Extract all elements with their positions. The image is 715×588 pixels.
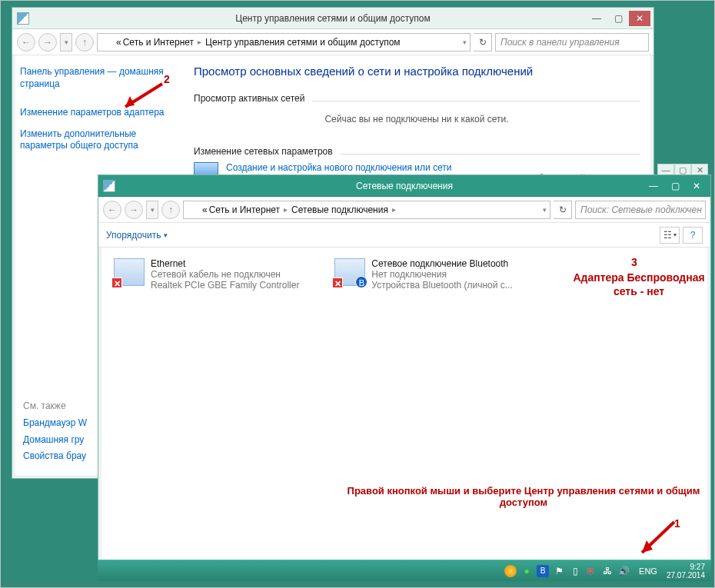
search-input[interactable]: Поиск в панели управления [495,33,649,51]
link-create-connection[interactable]: Создание и настройка нового подключения … [226,162,595,173]
tray-icon-skype[interactable]: ● [520,565,533,577]
annotation-text-no-wireless: Адаптера Беспроводная сеть - нет [570,271,708,298]
tray-icon[interactable] [504,565,517,577]
chevron-right-icon[interactable]: ▸ [195,38,204,46]
titlebar[interactable]: Сетевые подключения — ▢ ✕ [98,175,710,197]
breadcrumb-prefix: « [202,204,208,215]
location-icon [101,37,111,48]
forward-button[interactable]: → [38,33,57,51]
page-heading: Просмотр основных сведений о сети и наст… [194,65,640,78]
annotation-number-3: 3 [631,256,637,268]
up-button[interactable]: ↑ [161,201,180,219]
minimize-button[interactable]: — [643,178,664,194]
up-button[interactable]: ↑ [75,33,94,51]
titlebar[interactable]: Центр управления сетями и общим доступом… [12,8,653,29]
location-icon [187,204,198,215]
nav-toolbar: ← → ▾ ↑ « Сеть и Интернет ▸ Сетевые подк… [98,197,710,223]
chevron-right-icon[interactable]: ▸ [281,205,290,214]
history-dropdown[interactable]: ▾ [60,33,72,51]
clock[interactable]: 9:27 27.07.2014 [667,563,705,580]
nav-toolbar: ← → ▾ ↑ « Сеть и Интернет ▸ Центр управл… [12,29,653,55]
adapter-item-bluetooth[interactable]: ✕ B Сетевое подключение Bluetooth Нет по… [334,258,540,291]
annotation-arrow-2 [116,78,170,116]
address-bar[interactable]: « Сеть и Интернет ▸ Сетевые подключения … [183,201,550,219]
bluetooth-icon: B [355,276,367,288]
section-change-settings: Изменение сетевых параметров [194,141,640,154]
tray-icon-bluetooth[interactable]: B [537,565,549,577]
chevron-right-icon[interactable]: ▸ [390,205,398,214]
search-input[interactable]: Поиск: Сетевые подключен [575,201,706,219]
breadcrumb-seg[interactable]: Сеть и Интернет [123,37,194,48]
annotation-number-1: 1 [674,517,680,530]
organize-menu[interactable]: Упорядочить▾ [106,230,168,241]
breadcrumb-seg[interactable]: Сеть и Интернет [209,204,280,215]
address-dropdown[interactable]: ▾ [543,206,547,214]
adapter-status: Нет подключения [371,269,512,280]
adapter-name: Сетевое подключение Bluetooth [371,258,512,269]
back-button[interactable]: ← [103,201,121,219]
clock-date: 27.07.2014 [667,571,705,580]
tray-icon-flag[interactable]: ⚑ [553,565,565,577]
taskbar[interactable]: ● B ⚑ ▯ ⛨ 🖧 🔊 ENG 9:27 27.07.2014 [98,560,711,581]
tray-icon-network[interactable]: 🖧 [601,565,614,577]
annotation-number-2: 2 [164,73,170,85]
close-button[interactable]: ✕ [629,11,650,26]
adapter-name: Ethernet [151,258,299,269]
refresh-button[interactable]: ↻ [554,201,572,219]
adapter-icon: ✕ [114,258,145,286]
language-indicator[interactable]: ENG [639,566,657,576]
address-bar[interactable]: « Сеть и Интернет ▸ Центр управления сет… [97,33,471,51]
breadcrumb-prefix: « [116,37,121,48]
adapter-item-ethernet[interactable]: ✕ Ethernet Сетевой кабель не подключен R… [114,258,320,291]
window-title: Центр управления сетями и общим доступом [12,13,653,24]
command-bar: Упорядочить▾ ☷ ▾ ? [98,223,710,247]
close-button[interactable]: ✕ [686,178,707,194]
adapter-device: Устройства Bluetooth (личной с... [371,280,512,291]
section-active-networks: Просмотр активных сетей [194,88,640,101]
disconnected-icon: ✕ [332,277,343,288]
forward-button[interactable]: → [125,201,143,219]
sidebar-link-sharing-settings[interactable]: Изменить дополнительные параметры общего… [20,128,172,152]
view-options-button[interactable]: ☷ ▾ [660,227,680,244]
no-network-text: Сейчас вы не подключены ни к какой сети. [194,106,640,137]
adapter-device: Realtek PCIe GBE Family Controller [151,280,299,291]
maximize-button[interactable]: ▢ [607,11,629,26]
minimize-button[interactable]: — [586,11,607,26]
back-button[interactable]: ← [17,33,35,51]
clock-time: 9:27 [667,563,705,571]
help-button[interactable]: ? [683,227,703,244]
breadcrumb-seg[interactable]: Центр управления сетями и общим доступом [205,37,401,48]
refresh-button[interactable]: ↻ [474,33,492,51]
system-tray: ● B ⚑ ▯ ⛨ 🖧 🔊 [504,565,630,577]
adapter-status: Сетевой кабель не подключен [151,269,299,280]
maximize-button[interactable]: ▢ [664,178,686,194]
adapter-icon: ✕ B [334,258,365,286]
tray-icon-shield[interactable]: ⛨ [585,565,597,577]
window-title: Сетевые подключения [98,181,710,191]
tray-icon-battery[interactable]: ▯ [569,565,581,577]
history-dropdown[interactable]: ▾ [146,201,158,219]
tray-icon-volume[interactable]: 🔊 [617,565,630,577]
breadcrumb-seg[interactable]: Сетевые подключения [291,204,388,215]
address-dropdown[interactable]: ▾ [463,38,467,46]
disconnected-icon: ✕ [111,277,122,288]
annotation-instruction: Правой кнопкой мыши и выберите Центр упр… [339,485,708,508]
